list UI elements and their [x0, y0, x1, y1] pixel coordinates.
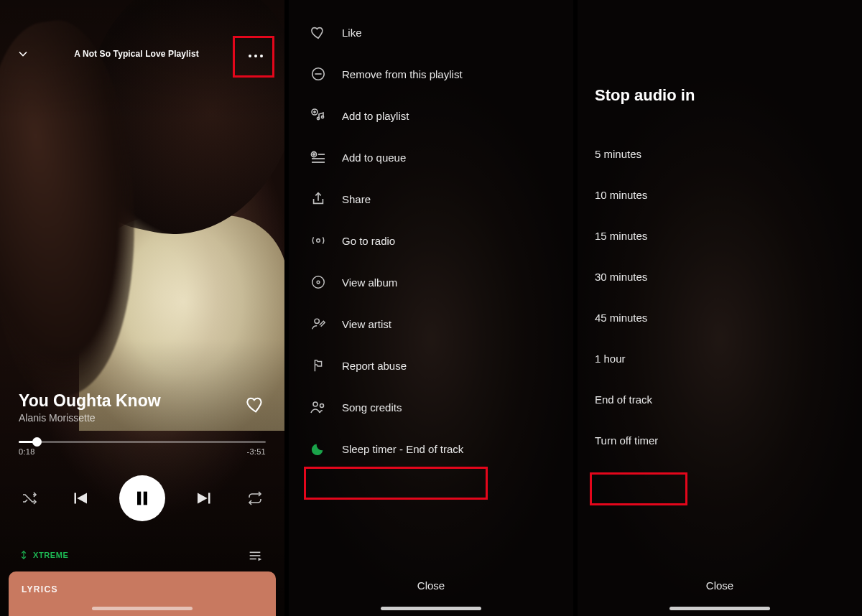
now-playing-panel: A Not So Typical Love Playlist You Ought… [0, 0, 284, 616]
menu-item-label: View artist [342, 318, 391, 330]
svg-point-12 [321, 116, 323, 118]
svg-marker-5 [259, 558, 262, 561]
close-button[interactable]: Close [578, 579, 862, 592]
close-button[interactable]: Close [289, 579, 573, 592]
svg-point-22 [315, 319, 319, 323]
menu-item-radio[interactable]: Go to radio [289, 220, 573, 261]
menu-item-label: Sleep timer - End of track [342, 443, 463, 455]
more-options-button[interactable] [241, 39, 270, 68]
menu-item-moon[interactable]: Sleep timer - End of track [289, 428, 573, 470]
sleep-timer-title: Stop audio in [595, 86, 695, 105]
menu-item-queue-add[interactable]: Add to queue [289, 136, 573, 178]
report-icon [309, 356, 328, 375]
device-picker[interactable]: XTREME [19, 550, 68, 560]
menu-item-report[interactable]: Report abuse [289, 345, 573, 386]
track-artist[interactable]: Alanis Morissette [19, 412, 266, 424]
svg-point-19 [317, 239, 320, 243]
home-indicator [381, 607, 481, 610]
menu-item-label: Add to playlist [342, 110, 409, 122]
previous-button[interactable] [69, 487, 91, 509]
queue-button[interactable] [244, 544, 266, 566]
playlist-name[interactable]: A Not So Typical Love Playlist [32, 49, 241, 59]
shuffle-button[interactable] [19, 487, 40, 509]
svg-point-23 [313, 402, 318, 406]
menu-item-artist[interactable]: View artist [289, 303, 573, 345]
queue-add-icon [309, 148, 328, 167]
menu-item-remove[interactable]: Remove from this playlist [289, 53, 573, 95]
album-icon [309, 273, 328, 291]
more-icon [247, 47, 264, 60]
pause-button[interactable] [119, 475, 165, 521]
menu-item-label: Share [342, 193, 371, 205]
next-button[interactable] [194, 487, 216, 509]
menu-item-label: View album [342, 276, 397, 289]
add-playlist-icon [309, 106, 328, 125]
timer-option[interactable]: 5 minutes [595, 134, 845, 174]
seek-bar[interactable]: 0:18 -3:51 [19, 441, 266, 456]
sleep-timer-panel: Stop audio in 5 minutes10 minutes15 minu… [578, 0, 862, 616]
svg-rect-1 [144, 492, 147, 505]
elapsed-time: 0:18 [19, 447, 35, 456]
share-icon [309, 190, 328, 208]
track-title: You Oughta Know [19, 391, 266, 411]
remove-icon [309, 65, 328, 83]
menu-item-label: Report abuse [342, 360, 407, 372]
credits-icon [309, 398, 328, 416]
svg-point-21 [317, 281, 320, 284]
menu-item-credits[interactable]: Song credits [289, 386, 573, 428]
collapse-button[interactable] [14, 45, 32, 62]
artist-icon [309, 314, 328, 333]
svg-point-24 [320, 404, 324, 408]
menu-item-label: Remove from this playlist [342, 68, 463, 80]
repeat-button[interactable] [244, 487, 266, 509]
menu-item-add-playlist[interactable]: Add to playlist [289, 95, 573, 136]
heart-icon [309, 23, 328, 42]
track-context-menu-panel: LikeRemove from this playlistAdd to play… [289, 0, 573, 616]
menu-item-label: Song credits [342, 401, 402, 414]
remaining-time: -3:51 [246, 447, 266, 456]
like-button[interactable] [246, 394, 266, 414]
svg-rect-0 [137, 492, 141, 505]
svg-point-11 [317, 117, 319, 119]
menu-item-share[interactable]: Share [289, 178, 573, 220]
timer-options-list: 5 minutes10 minutes15 minutes30 minutes4… [595, 134, 845, 461]
context-menu: LikeRemove from this playlistAdd to play… [289, 11, 573, 470]
moon-icon [309, 439, 328, 458]
menu-item-album[interactable]: View album [289, 261, 573, 303]
home-indicator [92, 607, 193, 610]
radio-icon [309, 231, 328, 250]
timer-option[interactable]: 45 minutes [595, 297, 845, 338]
timer-option[interactable]: 1 hour [595, 338, 845, 379]
menu-item-heart[interactable]: Like [289, 11, 573, 53]
timer-option[interactable]: Turn off timer [595, 420, 845, 461]
timer-option[interactable]: 30 minutes [595, 256, 845, 297]
lyrics-label: LYRICS [22, 584, 263, 594]
svg-point-20 [312, 276, 325, 289]
home-indicator [669, 607, 770, 610]
device-name: XTREME [33, 551, 68, 559]
timer-option[interactable]: 10 minutes [595, 174, 845, 215]
menu-item-label: Like [342, 27, 362, 39]
menu-item-label: Add to queue [342, 151, 406, 164]
timer-option[interactable]: 15 minutes [595, 215, 845, 256]
menu-item-label: Go to radio [342, 235, 395, 247]
timer-option[interactable]: End of track [595, 379, 845, 420]
